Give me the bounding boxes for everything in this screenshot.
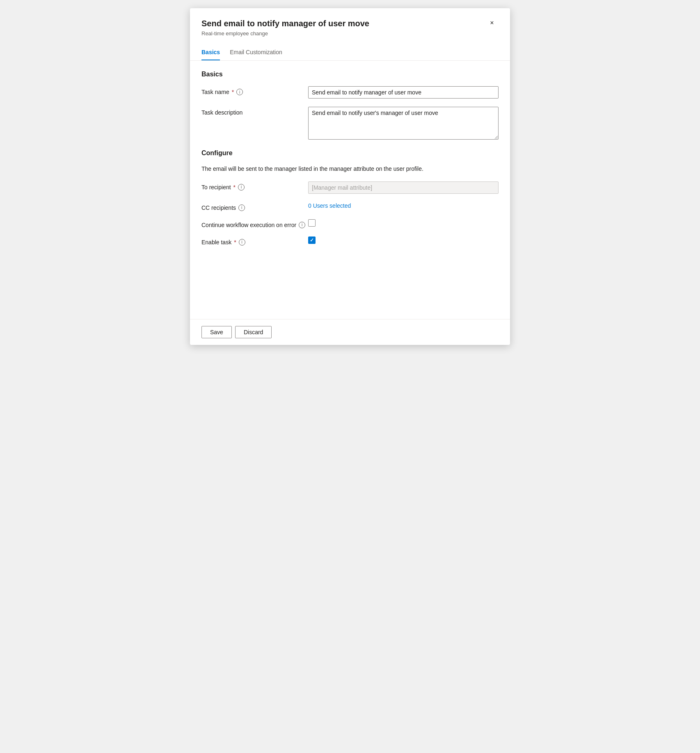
continue-workflow-group: Continue workflow execution on error i: [201, 219, 499, 228]
basics-section-title: Basics: [201, 71, 499, 78]
task-name-required: *: [232, 89, 234, 95]
enable-task-required: *: [234, 239, 236, 246]
dialog-footer: Save Discard: [190, 319, 510, 345]
tabs-container: Basics Email Customization: [190, 45, 510, 61]
to-recipient-info-icon[interactable]: i: [238, 184, 245, 191]
continue-workflow-label-text: Continue workflow execution on error: [201, 222, 296, 228]
close-button[interactable]: ×: [485, 16, 499, 30]
enable-task-label-text: Enable task: [201, 239, 231, 246]
cc-recipients-link[interactable]: 0 Users selected: [308, 202, 351, 209]
task-description-label: Task description: [201, 107, 308, 116]
to-recipient-group: To recipient * i [Manager mail attribute…: [201, 181, 499, 194]
task-name-label-text: Task name: [201, 89, 229, 95]
enable-task-info-icon[interactable]: i: [239, 239, 245, 246]
enable-task-label: Enable task * i: [201, 236, 308, 246]
cc-recipients-label: CC recipients i: [201, 202, 308, 211]
dialog-title: Send email to notify manager of user mov…: [201, 18, 479, 29]
continue-workflow-label: Continue workflow execution on error i: [201, 219, 308, 228]
task-description-group: Task description: [201, 107, 499, 141]
task-description-control: [308, 107, 499, 141]
cc-recipients-group: CC recipients i 0 Users selected: [201, 202, 499, 211]
to-recipient-label: To recipient * i: [201, 181, 308, 191]
enable-task-group: Enable task * i: [201, 236, 499, 246]
continue-workflow-checkbox[interactable]: [308, 219, 316, 227]
continue-workflow-info-icon[interactable]: i: [299, 222, 305, 228]
configure-description: The email will be sent to the manager li…: [201, 165, 499, 173]
to-recipient-control: [Manager mail attribute]: [308, 181, 499, 194]
task-description-input[interactable]: [308, 107, 499, 140]
save-button[interactable]: Save: [201, 326, 232, 338]
enable-task-control: [308, 236, 499, 244]
task-description-label-text: Task description: [201, 109, 242, 116]
discard-button[interactable]: Discard: [235, 326, 272, 338]
tab-email-customization[interactable]: Email Customization: [230, 45, 282, 60]
task-name-label: Task name * i: [201, 86, 308, 95]
dialog-subtitle: Real-time employee change: [201, 30, 479, 37]
continue-workflow-control: [308, 219, 499, 227]
configure-section: Configure The email will be sent to the …: [201, 149, 499, 246]
task-name-group: Task name * i: [201, 86, 499, 99]
cc-recipients-label-text: CC recipients: [201, 204, 236, 211]
dialog-title-section: Send email to notify manager of user mov…: [201, 18, 479, 37]
enable-task-checkbox[interactable]: [308, 236, 316, 244]
task-name-info-icon[interactable]: i: [236, 89, 243, 95]
dialog-header: Send email to notify manager of user mov…: [190, 8, 510, 41]
configure-section-title: Configure: [201, 149, 499, 157]
task-name-control: [308, 86, 499, 99]
cc-recipients-control: 0 Users selected: [308, 202, 499, 209]
dialog: Send email to notify manager of user mov…: [190, 8, 510, 345]
cc-recipients-info-icon[interactable]: i: [238, 204, 245, 211]
dialog-body: Basics Task name * i Task description Co…: [190, 61, 510, 319]
to-recipient-label-text: To recipient: [201, 184, 231, 191]
to-recipient-input: [Manager mail attribute]: [308, 181, 499, 194]
tab-basics[interactable]: Basics: [201, 45, 220, 60]
task-name-input[interactable]: [308, 86, 499, 99]
to-recipient-required: *: [233, 184, 236, 191]
